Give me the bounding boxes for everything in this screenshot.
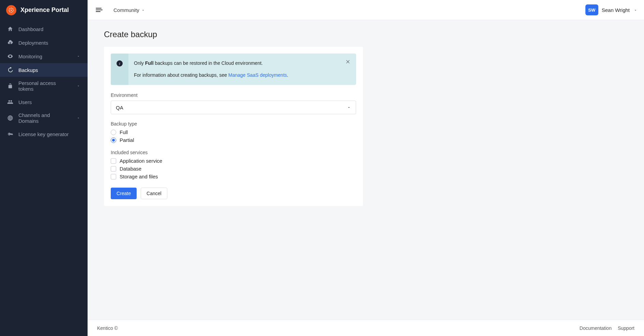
main: Community SW Sean Wright Create backup i	[88, 0, 644, 336]
sidebar-header: Xperience Portal	[0, 0, 88, 20]
included-services-label: Included services	[111, 150, 356, 155]
footer-copyright: Kentico ©	[97, 325, 118, 331]
svg-point-7	[10, 11, 10, 12]
radio-full[interactable]: Full	[111, 129, 356, 135]
backup-type-group: Backup type Full Partial	[111, 121, 356, 143]
sidebar-item-label: License key generator	[18, 131, 81, 137]
radio-indicator	[111, 137, 116, 143]
menu-toggle-button[interactable]	[94, 5, 104, 15]
sidebar-item-channels[interactable]: Channels and Domains	[0, 109, 88, 127]
checkbox-indicator	[111, 158, 116, 164]
svg-point-5	[10, 8, 10, 9]
footer-link-support[interactable]: Support	[618, 325, 634, 331]
history-icon	[7, 67, 14, 73]
key-icon	[7, 131, 14, 137]
cancel-button[interactable]: Cancel	[141, 188, 167, 199]
page-title: Create backup	[104, 30, 628, 39]
svg-point-4	[13, 10, 14, 10]
user-menu[interactable]: Sean Wright	[602, 7, 637, 13]
alert-close-button[interactable]	[344, 58, 351, 65]
sidebar-item-deployments[interactable]: Deployments	[0, 36, 88, 49]
chevron-down-icon	[634, 7, 637, 13]
eye-icon	[7, 53, 14, 60]
radio-label: Partial	[120, 137, 134, 143]
sidebar-item-users[interactable]: Users	[0, 95, 88, 109]
backup-type-label: Backup type	[111, 121, 356, 127]
sidebar-item-label: Monitoring	[18, 54, 71, 59]
svg-point-6	[12, 8, 13, 9]
sidebar-item-monitoring[interactable]: Monitoring	[0, 49, 88, 63]
sidebar-item-backups[interactable]: Backups	[0, 63, 88, 77]
sidebar-item-label: Users	[18, 99, 81, 105]
lock-open-icon	[7, 83, 14, 89]
globe-icon	[7, 115, 14, 121]
svg-point-3	[9, 10, 10, 10]
content: Create backup i Only Full backups can be…	[88, 20, 644, 320]
create-button[interactable]: Create	[111, 188, 137, 199]
project-dropdown[interactable]: Community	[113, 7, 145, 13]
form-card: i Only Full backups can be restored in t…	[104, 47, 363, 206]
check-storage-files[interactable]: Storage and files	[111, 174, 356, 179]
chevron-down-icon	[76, 116, 81, 120]
user-avatar[interactable]: SW	[585, 4, 598, 15]
sidebar-item-label: Deployments	[18, 40, 81, 46]
environment-group: Environment QA	[111, 92, 356, 114]
sidebar-item-label: Personal access tokens	[18, 80, 71, 92]
cloud-upload-icon	[7, 39, 14, 46]
alert-link[interactable]: Manage SaaS deployments	[228, 72, 287, 78]
svg-point-1	[11, 8, 12, 8]
topbar: Community SW Sean Wright	[88, 0, 644, 20]
project-label: Community	[113, 7, 139, 13]
sidebar: Xperience Portal Dashboard Deployments M…	[0, 0, 88, 336]
info-alert: i Only Full backups can be restored in t…	[111, 54, 356, 85]
sidebar-item-label: Channels and Domains	[18, 112, 71, 124]
checkbox-indicator	[111, 174, 116, 179]
alert-bold: Full	[145, 60, 154, 66]
checkbox-label: Application service	[120, 158, 162, 164]
sidebar-item-label: Backups	[18, 67, 81, 73]
svg-point-0	[11, 10, 12, 11]
environment-select[interactable]: QA	[111, 101, 356, 114]
nav: Dashboard Deployments Monitoring Backups…	[0, 20, 88, 141]
sidebar-item-tokens[interactable]: Personal access tokens	[0, 77, 88, 95]
check-application-service[interactable]: Application service	[111, 158, 356, 164]
brand-logo-icon	[6, 5, 16, 15]
radio-label: Full	[120, 129, 128, 135]
svg-point-8	[12, 11, 13, 12]
users-icon	[7, 99, 14, 105]
sidebar-item-label: Dashboard	[18, 26, 81, 32]
checkbox-indicator	[111, 166, 116, 172]
sidebar-item-dashboard[interactable]: Dashboard	[0, 22, 88, 36]
checkbox-label: Storage and files	[120, 174, 158, 179]
chevron-down-icon	[141, 7, 145, 13]
footer: Kentico © Documentation Support	[88, 320, 644, 336]
sidebar-item-license[interactable]: License key generator	[0, 127, 88, 141]
alert-icon-column: i	[111, 54, 128, 85]
radio-partial[interactable]: Partial	[111, 137, 356, 143]
home-icon	[7, 26, 14, 32]
included-services-group: Included services Application service Da…	[111, 150, 356, 179]
chevron-down-icon	[76, 84, 81, 88]
alert-text: backups can be restored in the Cloud env…	[154, 60, 263, 66]
svg-point-2	[11, 12, 12, 12]
alert-text: For information about creating backups, …	[134, 72, 228, 78]
checkbox-label: Database	[120, 166, 141, 172]
button-row: Create Cancel	[111, 188, 356, 199]
info-icon: i	[117, 60, 123, 67]
alert-text: Only	[134, 60, 145, 66]
alert-body: Only Full backups can be restored in the…	[128, 54, 356, 85]
environment-value: QA	[116, 105, 123, 111]
chevron-down-icon	[347, 105, 351, 111]
radio-indicator	[111, 130, 116, 135]
alert-text: .	[287, 72, 288, 78]
brand-title: Xperience Portal	[20, 6, 69, 14]
user-name: Sean Wright	[602, 7, 630, 13]
environment-label: Environment	[111, 92, 356, 98]
footer-link-documentation[interactable]: Documentation	[580, 325, 612, 331]
check-database[interactable]: Database	[111, 166, 356, 172]
chevron-down-icon	[76, 54, 81, 59]
